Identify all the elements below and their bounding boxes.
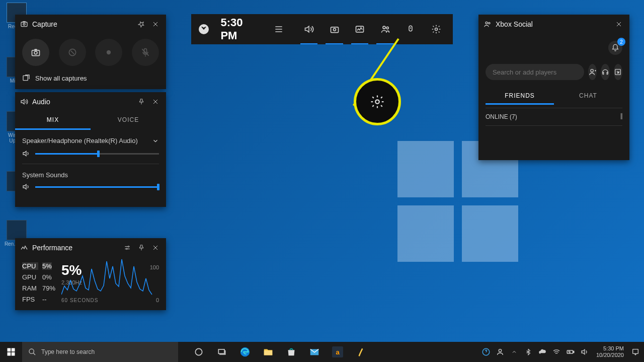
pin-button[interactable] [136, 19, 147, 30]
performance-button[interactable] [348, 14, 372, 44]
record-button[interactable] [95, 39, 122, 66]
explorer-button[interactable] [258, 342, 279, 362]
svg-point-28 [195, 348, 202, 355]
tab-voice[interactable]: VOICE [91, 111, 166, 130]
gear-icon [370, 94, 385, 109]
mic-toggle-button[interactable] [132, 39, 159, 66]
search-players-input[interactable] [486, 64, 584, 80]
svg-rect-37 [633, 349, 638, 354]
capture-title: Capture [32, 20, 133, 28]
svg-rect-11 [331, 27, 338, 33]
svg-point-27 [29, 349, 34, 353]
svg-point-8 [128, 246, 129, 247]
capture-button[interactable] [323, 14, 346, 44]
svg-rect-0 [21, 22, 27, 27]
record-last-button[interactable] [59, 39, 86, 66]
svg-rect-24 [12, 348, 15, 352]
onedrive-icon[interactable] [537, 342, 548, 362]
xbox-button[interactable] [196, 23, 211, 35]
svg-point-21 [591, 69, 593, 72]
system-volume-slider[interactable] [35, 186, 159, 188]
system-sounds-label: System Sounds [22, 171, 159, 179]
tab-friends[interactable]: FRIENDS [486, 87, 554, 105]
notifications-button[interactable]: 2 [608, 41, 622, 55]
volume-tray-icon[interactable] [579, 342, 590, 362]
stat-gpu[interactable]: GPU0% [22, 273, 55, 281]
screenshot-button[interactable] [22, 39, 49, 66]
pin-button[interactable] [136, 96, 147, 107]
people-icon[interactable] [495, 342, 506, 362]
audio-device-selector[interactable]: Speaker/Headphone (Realtek(R) Audio) [22, 137, 159, 144]
svg-rect-31 [264, 350, 273, 355]
svg-point-18 [375, 100, 379, 104]
stat-cpu[interactable]: CPU5% [22, 262, 55, 270]
gamebar-overlay: 5:30 PM [191, 14, 453, 44]
voice-party-button[interactable] [601, 64, 609, 80]
stat-ram[interactable]: RAM79% [22, 284, 55, 292]
taskbar-search[interactable]: Type here to search [22, 342, 178, 362]
tab-chat[interactable]: CHAT [554, 87, 622, 105]
close-button[interactable] [613, 19, 624, 30]
cpu-line-chart [61, 249, 154, 297]
svg-rect-26 [12, 352, 15, 356]
svg-point-20 [489, 22, 490, 24]
svg-point-17 [435, 28, 437, 31]
cortana-button[interactable] [188, 342, 209, 362]
resources-button[interactable] [399, 14, 423, 44]
xbox-social-button[interactable] [373, 14, 397, 44]
svg-point-1 [23, 23, 25, 25]
taskbar: Type here to search a 5:30 PM 10/20/2020 [0, 342, 644, 362]
taskbar-clock[interactable]: 5:30 PM 10/20/2020 [593, 345, 627, 358]
bell-icon [611, 44, 619, 52]
audio-button[interactable] [297, 14, 321, 44]
help-icon[interactable] [480, 342, 492, 362]
edge-button[interactable] [234, 342, 256, 362]
xbox-social-widget: Xbox Social 2 FRIENDS CHAT ONLINE (7) ▐ [478, 15, 629, 160]
bluetooth-icon[interactable] [523, 342, 534, 362]
show-all-captures[interactable]: Show all captures [20, 71, 161, 82]
performance-icon [20, 244, 28, 252]
notification-badge: 2 [617, 38, 625, 46]
close-button[interactable] [150, 96, 161, 107]
volume-icon [22, 150, 30, 158]
svg-point-14 [383, 26, 385, 29]
svg-rect-25 [8, 352, 11, 356]
settings-callout [354, 78, 401, 125]
audio-icon [20, 98, 28, 106]
search-placeholder: Type here to search [41, 348, 95, 355]
widgets-menu-button[interactable] [267, 14, 291, 44]
settings-button[interactable] [425, 14, 448, 44]
close-button[interactable] [150, 19, 161, 30]
mail-button[interactable] [304, 342, 325, 362]
svg-rect-23 [8, 348, 11, 352]
performance-stats: CPU5% GPU0% RAM79% FPS-- [22, 262, 55, 303]
device-volume-slider[interactable] [35, 153, 159, 155]
task-view-button[interactable] [211, 342, 232, 362]
open-lfg-button[interactable] [614, 64, 622, 80]
action-center-button[interactable] [630, 342, 641, 362]
xbox-social-title: Xbox Social [496, 20, 610, 28]
chevron-down-icon [152, 137, 159, 144]
axis-label: 60 SECONDS [61, 298, 98, 303]
app-button[interactable] [350, 342, 371, 362]
online-section-header[interactable]: ONLINE (7) ▐ [486, 108, 622, 126]
gamebar-clock: 5:30 PM [213, 16, 265, 42]
stat-fps[interactable]: FPS-- [22, 296, 55, 303]
chevron-up-icon[interactable] [509, 342, 520, 362]
wifi-icon[interactable] [551, 342, 562, 362]
amazon-button[interactable]: a [327, 342, 348, 362]
svg-rect-7 [23, 76, 28, 80]
capture-icon [20, 20, 28, 28]
performance-widget: Performance CPU5% GPU0% RAM79% FPS-- 5% … [15, 238, 166, 310]
performance-graph: 5% 2.300Hz 100 0 60 SECONDS [61, 262, 159, 303]
divider [22, 164, 159, 164]
start-button[interactable] [0, 342, 22, 362]
audio-device-name: Speaker/Headphone (Realtek(R) Audio) [22, 137, 138, 144]
store-button[interactable] [281, 342, 302, 362]
tab-mix[interactable]: MIX [15, 111, 91, 130]
battery-icon[interactable] [565, 342, 576, 362]
scale-bottom: 0 [156, 297, 159, 303]
svg-rect-36 [573, 351, 574, 353]
svg-rect-29 [218, 349, 224, 353]
add-friend-button[interactable] [588, 64, 597, 80]
